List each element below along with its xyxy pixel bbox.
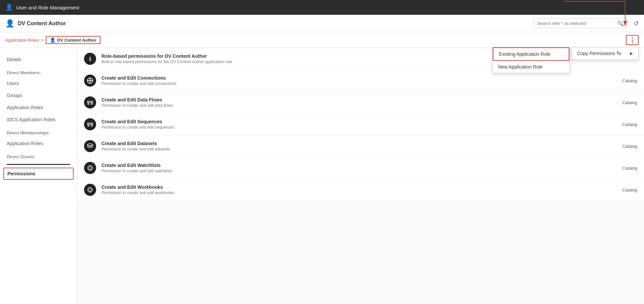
perm-icon-info: ℹ [84, 53, 96, 65]
sidebar-item-details[interactable]: Details [0, 53, 77, 66]
sub-menu: Existing Application Role New Applicatio… [492, 47, 570, 73]
table-row: Create and Edit Data Flows Permission to… [77, 92, 644, 114]
sidebar: Details Direct Members: Users Groups App… [0, 48, 77, 304]
perm-info: Create and Edit Sequences Permission to … [102, 119, 605, 130]
perm-info: Create and Edit Datasets Permission to c… [102, 141, 605, 151]
perm-icon-datasets [84, 140, 96, 152]
perm-icon-watchlists [84, 162, 96, 174]
svg-point-26 [91, 189, 92, 190]
perm-info: Create and Edit Workbooks Permission to … [102, 184, 605, 195]
table-row: Create and Edit Sequences Permission to … [77, 114, 644, 135]
perm-name: Create and Edit Watchlists [102, 163, 605, 168]
svg-point-22 [90, 166, 91, 167]
existing-app-role-item[interactable]: Existing Application Role [493, 47, 569, 61]
breadcrumb: Application Roles > 👤 DV Content Author [5, 36, 100, 44]
search-container[interactable]: 🔍 [533, 18, 628, 28]
perm-desc: Permission to create and edit datasets [102, 147, 605, 151]
perm-icon-workbooks [84, 184, 96, 196]
role-name: DV Content Author [18, 20, 66, 27]
perm-category: Catalog [610, 78, 637, 83]
sidebar-divider [7, 164, 70, 165]
svg-rect-11 [87, 123, 89, 124]
table-row: Create and Edit Workbooks Permission to … [77, 179, 644, 201]
sidebar-item-permissions[interactable]: Permissions [3, 168, 74, 180]
sub-header-right: 🔍 ↺ [533, 18, 639, 28]
search-input[interactable] [537, 21, 615, 26]
sidebar-item-users[interactable]: Users [0, 77, 77, 89]
svg-rect-12 [91, 123, 93, 124]
perm-category: Catalog [610, 187, 637, 192]
perm-desc: Permission to create and edit connection… [102, 81, 605, 86]
perm-icon-connections [84, 75, 96, 87]
breadcrumb-separator: > [41, 38, 44, 43]
svg-point-27 [90, 188, 91, 189]
svg-point-28 [90, 191, 91, 192]
svg-point-7 [88, 103, 89, 104]
perm-name: Create and Edit Connections [102, 75, 605, 81]
perm-desc: Permission to create and edit watchlists [102, 169, 605, 173]
breadcrumb-bar: Application Roles > 👤 DV Content Author … [0, 32, 644, 48]
new-app-role-label: New Application Role [498, 64, 542, 70]
app-title: User and Role Management [16, 5, 79, 10]
perm-name: Create and Edit Data Flows [102, 97, 605, 102]
perm-info: Create and Edit Data Flows Permission to… [102, 97, 605, 108]
sidebar-direct-memberships-label: Direct Memberships: [0, 126, 77, 137]
perm-name: Create and Edit Sequences [102, 119, 605, 124]
chevron-right-icon: ▶ [630, 51, 633, 56]
perm-info: Create and Edit Watchlists Permission to… [102, 163, 605, 173]
perm-desc: Permission to create and edit data flows [102, 103, 605, 108]
perm-name: Create and Edit Datasets [102, 141, 605, 146]
perm-category: Catalog [610, 166, 637, 171]
perm-category: Catalog [610, 144, 637, 149]
sub-header: 👤 DV Content Author 🔍 ↺ [0, 15, 644, 32]
perm-category: Catalog [610, 122, 637, 127]
main-layout: Details Direct Members: Users Groups App… [0, 48, 644, 304]
perm-category: Catalog [610, 100, 637, 105]
perm-name: Create and Edit Workbooks [102, 184, 605, 190]
role-icon: 👤 [5, 19, 14, 28]
svg-point-14 [88, 125, 89, 126]
svg-point-21 [91, 168, 92, 169]
sidebar-direct-grants-label: Direct Grants [0, 149, 77, 161]
three-dot-menu-button[interactable]: ⋮ [626, 35, 639, 45]
breadcrumb-current: 👤 DV Content Author [46, 36, 100, 44]
svg-rect-4 [87, 101, 89, 102]
perm-icon-dataflows [84, 96, 96, 108]
sidebar-item-idcs[interactable]: IDCS Application Roles [0, 114, 77, 126]
svg-point-20 [88, 168, 89, 169]
svg-point-25 [88, 189, 89, 190]
action-menu-container: ⋮ Copy Permissions To ▶ Existing Applica… [626, 35, 639, 45]
svg-point-18 [87, 144, 93, 146]
perm-icon-sequences [84, 118, 96, 130]
svg-point-15 [91, 125, 92, 126]
sidebar-item-groups[interactable]: Groups [0, 89, 77, 101]
user-role-icon: 👤 [5, 4, 13, 11]
top-bar: 👤 User and Role Management [0, 0, 644, 15]
svg-point-8 [91, 103, 92, 104]
breadcrumb-link[interactable]: Application Roles [5, 38, 39, 43]
breadcrumb-role-icon: 👤 [50, 37, 55, 43]
perm-desc: Permission to create and edit sequences [102, 125, 605, 130]
sidebar-item-app-roles[interactable]: Application Roles [0, 101, 77, 114]
content-area: ℹ Role-based permissions for DV Content … [77, 48, 644, 304]
sidebar-item-memberships-app-roles[interactable]: Application Roles [0, 137, 77, 149]
perm-desc: Permission to create and edit workbooks [102, 190, 605, 195]
existing-app-role-label: Existing Application Role [499, 51, 550, 57]
refresh-icon[interactable]: ↺ [634, 20, 639, 27]
copy-permissions-menu-item[interactable]: Copy Permissions To ▶ [572, 47, 638, 59]
copy-permissions-menu: Copy Permissions To ▶ [571, 47, 639, 60]
new-app-role-item[interactable]: New Application Role [493, 61, 569, 73]
sidebar-direct-members-label: Direct Members: [0, 66, 77, 77]
search-icon: 🔍 [617, 20, 624, 27]
perm-info: Create and Edit Connections Permission t… [102, 75, 605, 86]
table-row: Create and Edit Datasets Permission to c… [77, 135, 644, 157]
table-row: Create and Edit Watchlists Permission to… [77, 157, 644, 179]
copy-permissions-label: Copy Permissions To [577, 51, 621, 56]
svg-point-23 [90, 169, 91, 170]
sub-header-left: 👤 DV Content Author [5, 19, 66, 28]
svg-rect-5 [91, 101, 93, 102]
breadcrumb-current-label: DV Content Author [57, 38, 96, 43]
